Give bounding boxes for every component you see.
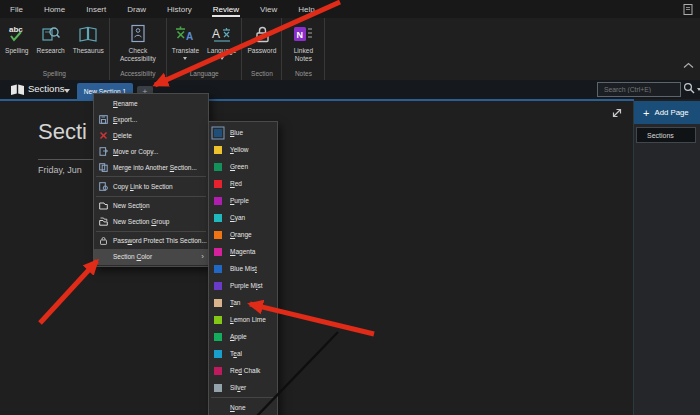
color-item-tan[interactable]: Tan: [209, 294, 277, 311]
color-swatch: [214, 214, 222, 222]
linked-notes-button[interactable]: N Linked Notes: [284, 19, 322, 64]
menu-item-delete[interactable]: Delete: [94, 127, 208, 143]
color-item-lemon-lime[interactable]: Lemon Lime: [209, 311, 277, 328]
spelling-label: Spelling: [5, 47, 28, 55]
menubar-tab-history[interactable]: History: [165, 2, 194, 17]
color-swatch: [214, 231, 222, 239]
group-label-notes: Notes: [284, 69, 322, 80]
color-swatch: [214, 282, 222, 290]
color-item-apple[interactable]: Apple: [209, 328, 277, 345]
language-dropdown-caret: [220, 57, 224, 60]
search-icon[interactable]: [683, 82, 700, 95]
menu-item-icon: [99, 147, 108, 156]
language-button[interactable]: A Language: [204, 19, 239, 61]
color-item-none[interactable]: None: [209, 399, 277, 415]
menu-item-new-section-group[interactable]: New Section Group: [94, 214, 208, 230]
fullscreen-toggle-icon[interactable]: [609, 105, 625, 121]
menu-item-icon: [99, 182, 108, 191]
color-label: Silver: [230, 384, 246, 391]
color-item-red-chalk[interactable]: Red Chalk: [209, 362, 277, 379]
menu-item-label: Export...: [113, 116, 137, 123]
color-item-magenta[interactable]: Magenta: [209, 243, 277, 260]
menubar-tab-review[interactable]: Review: [211, 2, 241, 17]
color-label: Red: [230, 180, 242, 187]
color-item-orange[interactable]: Orange: [209, 226, 277, 243]
svg-text:A: A: [186, 31, 193, 42]
color-label: Purple Mist: [230, 282, 263, 289]
linked-notes-label: Linked Notes: [294, 47, 313, 63]
color-swatch: [214, 129, 222, 137]
color-swatch: [214, 350, 222, 358]
translate-button[interactable]: A Translate: [169, 19, 202, 61]
menu-item-section-color[interactable]: Section Color ›: [94, 249, 208, 265]
ribbon-group-notes: N Linked Notes Notes: [282, 18, 325, 80]
menu-item-password-protect-this-section[interactable]: Password Protect This Section...: [94, 233, 208, 249]
color-swatch: [214, 248, 222, 256]
menu-item-label: Password Protect This Section...: [113, 237, 207, 244]
menu-item-label: Move or Copy...: [113, 148, 158, 155]
color-swatch: [214, 299, 222, 307]
menubar-tab-draw[interactable]: Draw: [125, 2, 148, 17]
menu-item-icon: [99, 115, 108, 124]
color-item-yellow[interactable]: Yellow: [209, 141, 277, 158]
section-color-submenu: Blue Yellow Green Red Purple Cyan Orange…: [208, 121, 278, 415]
menu-item-copy-link-to-section[interactable]: Copy Link to Section: [94, 178, 208, 194]
color-item-cyan[interactable]: Cyan: [209, 209, 277, 226]
thesaurus-icon: [78, 22, 98, 46]
check-accessibility-button[interactable]: Check Accessibility: [112, 19, 164, 64]
collapse-ribbon-icon[interactable]: [683, 62, 694, 69]
color-label: Orange: [230, 231, 252, 238]
menubar-tab-insert[interactable]: Insert: [84, 2, 108, 17]
page-list-item-sections[interactable]: Sections: [636, 127, 696, 143]
menu-separator: [96, 231, 206, 232]
language-label: Language: [207, 47, 236, 55]
color-swatch: [214, 316, 222, 324]
linked-notes-icon: N: [292, 22, 314, 46]
color-item-purple[interactable]: Purple: [209, 192, 277, 209]
password-lock-icon: [252, 22, 272, 46]
menu-item-move-or-copy[interactable]: Move or Copy...: [94, 143, 208, 159]
title-underline: [38, 159, 93, 160]
notebook-caret-icon[interactable]: [64, 89, 70, 93]
thesaurus-button[interactable]: Thesaurus: [70, 19, 107, 56]
color-label: Tan: [230, 299, 240, 306]
color-item-teal[interactable]: Teal: [209, 345, 277, 362]
thesaurus-label: Thesaurus: [73, 47, 104, 55]
menubar-tabs: FileHomeInsertDrawHistoryReviewViewHelp: [8, 2, 317, 17]
menubar-tab-file[interactable]: File: [8, 2, 25, 17]
color-item-green[interactable]: Green: [209, 158, 277, 175]
color-label: Purple: [230, 197, 249, 204]
color-item-red[interactable]: Red: [209, 175, 277, 192]
color-menu-items: Blue Yellow Green Red Purple Cyan Orange…: [209, 124, 277, 415]
svg-text:A: A: [212, 27, 220, 41]
spelling-button[interactable]: abc Spelling: [2, 19, 31, 56]
menu-item-new-section[interactable]: New Section: [94, 198, 208, 214]
color-item-purple-mist[interactable]: Purple Mist: [209, 277, 277, 294]
menu-item-merge-into-another-section[interactable]: Merge into Another Section...: [94, 159, 208, 175]
menubar-tab-help[interactable]: Help: [296, 2, 316, 17]
menu-item-icon: [99, 99, 108, 108]
ribbon-group-accessibility: Check Accessibility Accessibility: [110, 18, 167, 80]
add-page-button[interactable]: + Add Page: [634, 101, 700, 124]
color-item-blue[interactable]: Blue: [209, 124, 277, 141]
ribbon-group-section: Password Section: [242, 18, 282, 80]
share-page-icon[interactable]: [683, 3, 694, 16]
notebook-dropdown[interactable]: Sections: [28, 83, 64, 94]
menu-item-export[interactable]: Export...: [94, 111, 208, 127]
color-item-silver[interactable]: Silver: [209, 379, 277, 396]
menu-item-icon: [99, 217, 108, 226]
research-button[interactable]: Research: [33, 19, 67, 56]
search-box[interactable]: [597, 82, 681, 97]
password-button[interactable]: Password: [244, 19, 279, 56]
menu-item-icon: [99, 236, 108, 245]
color-item-blue-mist[interactable]: Blue Mist: [209, 260, 277, 277]
color-label: Cyan: [230, 214, 245, 221]
page-title[interactable]: Secti: [38, 119, 87, 145]
menu-item-rename[interactable]: Rename: [94, 95, 208, 111]
menubar-tab-view[interactable]: View: [258, 2, 279, 17]
menubar-tab-home[interactable]: Home: [42, 2, 67, 17]
plus-icon: +: [643, 108, 649, 118]
search-input[interactable]: [598, 86, 680, 93]
check-accessibility-label: Check Accessibility: [120, 47, 156, 63]
translate-label: Translate: [172, 47, 199, 55]
